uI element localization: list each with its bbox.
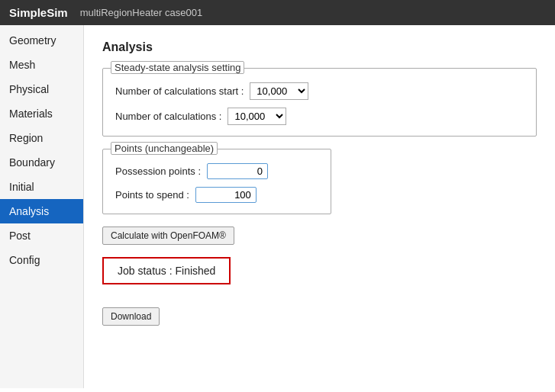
job-status-label: Job status : <box>118 265 175 277</box>
app-title: SimpleSim <box>9 6 68 19</box>
sidebar-item-analysis[interactable]: Analysis <box>0 199 83 223</box>
calc-start-select[interactable]: 1,000 5,000 10,000 50,000 100,000 <box>250 82 308 100</box>
calculate-button[interactable]: Calculate with OpenFOAM® <box>102 227 234 245</box>
sidebar-item-post[interactable]: Post <box>0 223 83 248</box>
main-content: Analysis Steady-state analysis setting N… <box>84 25 555 388</box>
sidebar-item-mesh[interactable]: Mesh <box>0 53 83 77</box>
steady-state-box: Steady-state analysis setting Number of … <box>102 68 537 137</box>
project-name: multiRegionHeater case001 <box>80 7 202 18</box>
sidebar-item-geometry[interactable]: Geometry <box>0 28 83 53</box>
sidebar-item-physical[interactable]: Physical <box>0 77 83 101</box>
points-legend: Points (unchangeable) <box>111 142 218 155</box>
possession-points-input[interactable] <box>207 163 268 179</box>
sidebar-item-region[interactable]: Region <box>0 126 83 150</box>
points-box: Points (unchangeable) Possession points … <box>102 149 331 214</box>
steady-state-legend: Steady-state analysis setting <box>111 61 244 74</box>
sidebar-item-initial[interactable]: Initial <box>0 175 83 199</box>
job-status-value: Finished <box>175 265 215 277</box>
points-to-spend-input[interactable] <box>195 187 257 203</box>
page-title: Analysis <box>102 40 537 54</box>
sidebar-item-materials[interactable]: Materials <box>0 101 83 126</box>
num-calculations-select[interactable]: 1,000 5,000 10,000 50,000 100,000 <box>227 108 286 125</box>
num-calculations-label: Number of calculations : <box>115 111 221 122</box>
sidebar-item-boundary[interactable]: Boundary <box>0 150 83 175</box>
sidebar-item-config[interactable]: Config <box>0 248 83 272</box>
download-button[interactable]: Download <box>102 307 160 326</box>
calc-start-label: Number of calculations start : <box>115 85 244 97</box>
points-to-spend-label: Points to spend : <box>115 189 189 201</box>
possession-points-label: Possession points : <box>115 165 201 177</box>
sidebar: Geometry Mesh Physical Materials Region … <box>0 25 84 388</box>
job-status-box: Job status : Finished <box>102 257 231 284</box>
